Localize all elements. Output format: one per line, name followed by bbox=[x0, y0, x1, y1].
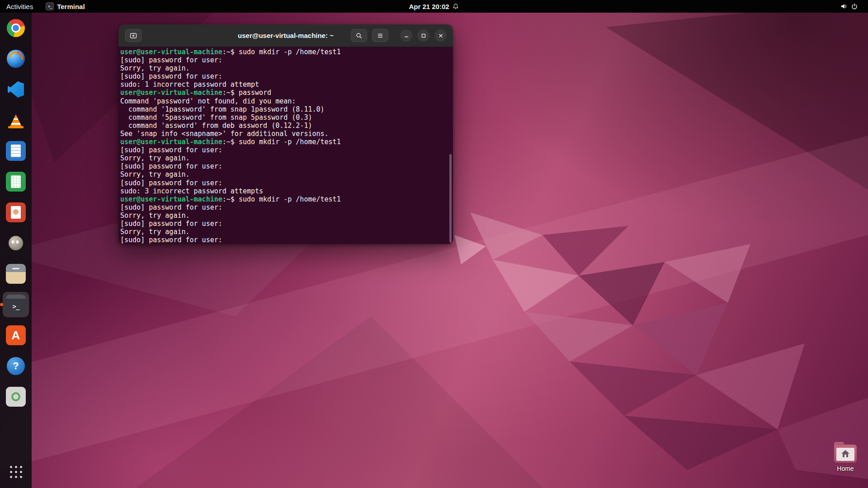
dock-item-software[interactable]: A bbox=[3, 323, 29, 348]
power-icon bbox=[851, 3, 858, 10]
focused-app-label: Terminal bbox=[57, 3, 85, 10]
close-button[interactable] bbox=[434, 29, 447, 42]
terminal-body[interactable]: user@user-virtual-machine:~$ sudo mkdir … bbox=[118, 47, 453, 244]
terminal-line: Sorry, try again. bbox=[120, 64, 451, 72]
running-indicator bbox=[0, 303, 3, 306]
terminal-line: command '5password' from snap 5password … bbox=[120, 113, 451, 122]
terminal-line: sudo: 3 incorrect password attempts bbox=[120, 187, 451, 195]
calc-icon bbox=[6, 172, 26, 192]
impress-icon bbox=[6, 202, 26, 222]
dock: >_A? bbox=[0, 13, 32, 488]
updater-icon bbox=[6, 387, 26, 407]
terminal-line: command '1password' from snap 1password … bbox=[120, 105, 451, 113]
maximize-button[interactable] bbox=[417, 29, 429, 42]
terminal-line: [sudo] password for user: bbox=[120, 179, 451, 187]
terminal-glyph: >_ bbox=[6, 295, 26, 314]
dock-item-writer[interactable] bbox=[3, 138, 29, 164]
maximize-icon bbox=[420, 32, 427, 39]
menu-button[interactable] bbox=[372, 29, 388, 42]
clock-label: Apr 21 20:02 bbox=[409, 3, 449, 10]
help-glyph: ? bbox=[7, 357, 25, 375]
vlc-icon bbox=[6, 110, 26, 130]
dock-item-terminal[interactable]: >_ bbox=[3, 292, 29, 317]
dock-item-help[interactable]: ? bbox=[3, 353, 29, 379]
software-glyph: A bbox=[6, 325, 26, 345]
writer-icon bbox=[6, 141, 26, 161]
new-tab-button[interactable] bbox=[125, 29, 142, 42]
clock-button[interactable]: Apr 21 20:02 bbox=[402, 0, 465, 13]
terminal-line: [sudo] password for user: bbox=[120, 72, 451, 80]
dock-item-firefox[interactable] bbox=[3, 46, 29, 71]
terminal-line: Command 'password' not found, did you me… bbox=[120, 97, 451, 105]
new-tab-icon bbox=[130, 32, 137, 39]
dock-item-vlc[interactable] bbox=[3, 108, 29, 133]
terminal-app-icon: >_ bbox=[46, 2, 54, 10]
vscode-icon bbox=[6, 80, 26, 99]
dock-item-vscode[interactable] bbox=[3, 77, 29, 102]
desktop-wallpaper: Activities >_ Terminal Apr 21 20:02 bbox=[0, 0, 868, 488]
dock-item-updater[interactable] bbox=[3, 384, 29, 409]
terminal-line: [sudo] password for user: bbox=[120, 220, 451, 228]
dock-item-calc[interactable] bbox=[3, 169, 29, 194]
home-icon-label: Home bbox=[837, 465, 854, 472]
search-icon bbox=[355, 32, 363, 39]
terminal-output: user@user-virtual-machine:~$ sudo mkdir … bbox=[118, 47, 453, 244]
minimize-button[interactable] bbox=[400, 29, 412, 42]
house-icon bbox=[834, 445, 857, 463]
show-applications-button[interactable] bbox=[5, 462, 27, 482]
volume-icon bbox=[840, 3, 848, 10]
activities-button[interactable]: Activities bbox=[0, 0, 39, 13]
chrome-icon bbox=[7, 19, 25, 37]
terminal-line: Sorry, try again. bbox=[120, 228, 451, 236]
terminal-line: See 'snap info <snapname>' for additiona… bbox=[120, 130, 451, 138]
terminal-line: [sudo] password for user: bbox=[120, 162, 451, 170]
terminal-line: [sudo] password for user: bbox=[120, 56, 451, 64]
terminal-icon: >_ bbox=[6, 295, 26, 314]
terminal-line: user@user-virtual-machine:~$ sudo mkdir … bbox=[120, 138, 451, 146]
app-grid-icon bbox=[10, 466, 22, 478]
minimize-icon bbox=[403, 32, 410, 39]
close-icon bbox=[437, 32, 444, 39]
terminal-line: user@user-virtual-machine:~$ sudo mkdir … bbox=[120, 195, 451, 203]
gimp-icon bbox=[6, 233, 26, 253]
terminal-line: command 'assword' from deb assword (0.12… bbox=[120, 122, 451, 130]
terminal-line: user@user-virtual-machine:~$ sudo mkdir … bbox=[120, 48, 451, 56]
terminal-scrollbar[interactable] bbox=[449, 154, 452, 243]
dock-item-files[interactable] bbox=[3, 261, 29, 286]
terminal-line: user@user-virtual-machine:~$ password bbox=[120, 89, 451, 97]
dock-item-chrome[interactable] bbox=[3, 15, 29, 41]
firefox-icon bbox=[7, 50, 25, 68]
terminal-line: sudo: 1 incorrect password attempt bbox=[120, 80, 451, 89]
top-bar: Activities >_ Terminal Apr 21 20:02 bbox=[0, 0, 868, 13]
dock-items: >_A? bbox=[3, 13, 29, 409]
notification-bell-icon bbox=[453, 3, 459, 10]
home-folder-icon bbox=[834, 445, 857, 463]
help-icon: ? bbox=[7, 357, 25, 375]
hamburger-menu-icon bbox=[377, 32, 384, 39]
files-icon bbox=[6, 264, 26, 284]
terminal-line: Sorry, try again. bbox=[120, 211, 451, 220]
search-button[interactable] bbox=[351, 29, 367, 42]
desktop-home-icon[interactable]: Home bbox=[831, 445, 860, 472]
terminal-line: [sudo] password for user: bbox=[120, 203, 451, 211]
terminal-line: Sorry, try again. bbox=[120, 170, 451, 178]
terminal-window: user@user-virtual-machine: ~ bbox=[118, 24, 453, 244]
window-titlebar[interactable]: user@user-virtual-machine: ~ bbox=[118, 24, 453, 47]
system-status-button[interactable] bbox=[834, 0, 864, 13]
dock-item-impress[interactable] bbox=[3, 200, 29, 225]
focused-app-button[interactable]: >_ Terminal bbox=[39, 0, 91, 13]
terminal-line: [sudo] password for user: bbox=[120, 236, 451, 244]
terminal-line: [sudo] password for user: bbox=[120, 146, 451, 154]
software-icon: A bbox=[6, 325, 26, 345]
terminal-line: Sorry, try again. bbox=[120, 154, 451, 162]
window-title: user@user-virtual-machine: ~ bbox=[238, 32, 334, 39]
dock-item-gimp[interactable] bbox=[3, 230, 29, 256]
